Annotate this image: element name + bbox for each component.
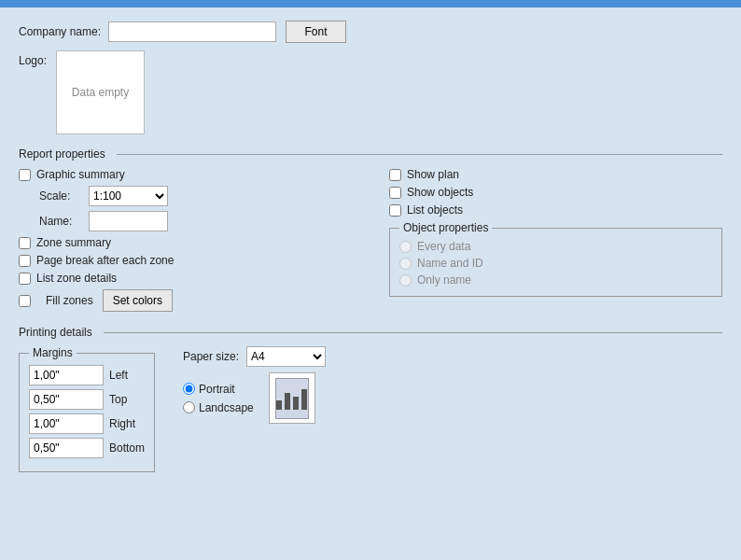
margins-group: Margins Left Top Right <box>19 346 155 472</box>
report-props-right: Show plan Show objects List objects Obje… <box>389 168 722 316</box>
printing-section-divider <box>104 332 722 333</box>
object-properties-legend: Object properties <box>399 221 492 234</box>
only-name-row: Only name <box>399 273 712 287</box>
landscape-label: Landcsape <box>199 401 254 414</box>
printing-details-label: Printing details <box>19 326 92 339</box>
company-input[interactable] <box>108 21 276 42</box>
paper-size-row: Paper size: A4 A3 Letter Legal <box>183 346 326 367</box>
fill-zones-row: Fill zones Set colors <box>19 289 352 312</box>
font-button[interactable]: Font <box>286 21 346 43</box>
name-label: Name: <box>39 215 81 228</box>
every-data-label: Every data <box>417 240 470 253</box>
section-divider <box>117 154 722 155</box>
paper-side: Paper size: A4 A3 Letter Legal Port <box>183 346 326 472</box>
paper-size-select[interactable]: A4 A3 Letter Legal <box>246 346 326 367</box>
left-margin-row: Left <box>29 365 145 385</box>
bar-chart-icon <box>276 387 307 410</box>
margins-legend: Margins <box>29 346 77 359</box>
report-properties-header: Report properties <box>19 147 722 161</box>
page-break-row: Page break after each zone <box>19 254 352 267</box>
scale-row: Scale: 1:100 1:200 1:50 <box>39 186 352 206</box>
logo-label: Logo: <box>19 54 47 67</box>
right-label: Right <box>109 417 135 430</box>
bottom-label: Bottom <box>109 441 145 455</box>
scale-select[interactable]: 1:100 1:200 1:50 <box>89 186 168 206</box>
paper-size-label: Paper size: <box>183 350 239 363</box>
landscape-row: Landcsape <box>183 401 254 414</box>
show-objects-label: Show objects <box>407 186 473 199</box>
name-and-id-row: Name and ID <box>399 257 712 270</box>
show-plan-row: Show plan <box>389 168 722 181</box>
landscape-radio[interactable] <box>183 401 195 413</box>
top-margin-input[interactable] <box>29 389 104 410</box>
show-objects-row: Show objects <box>389 186 722 199</box>
report-properties-content: Graphic summary Scale: 1:100 1:200 1:50 … <box>19 168 722 316</box>
list-zone-details-checkbox[interactable] <box>19 273 31 285</box>
zone-summary-label: Zone summary <box>36 236 111 249</box>
printing-inner: Margins Left Top Right <box>19 346 722 472</box>
company-row: Company name: Font <box>19 21 722 43</box>
company-label: Company name: <box>19 25 101 38</box>
page-preview-icon <box>269 372 315 424</box>
name-row: Name: <box>39 211 352 231</box>
only-name-radio[interactable] <box>399 274 412 287</box>
list-objects-row: List objects <box>389 203 722 217</box>
left-margin-input[interactable] <box>29 365 104 385</box>
page-break-label: Page break after each zone <box>36 254 174 267</box>
logo-empty-text: Data empty <box>72 86 129 99</box>
list-zone-details-row: List zone details <box>19 272 352 285</box>
report-properties-label: Report properties <box>19 147 105 161</box>
left-label: Left <box>109 369 128 382</box>
scale-label: Scale: <box>39 189 81 203</box>
bar1 <box>276 400 282 410</box>
show-plan-label: Show plan <box>407 168 459 181</box>
zone-summary-row: Zone summary <box>19 236 352 249</box>
show-plan-checkbox[interactable] <box>389 169 401 181</box>
logo-box: Data empty <box>56 50 145 134</box>
bar2 <box>285 393 290 410</box>
bar3 <box>293 397 299 410</box>
page-break-checkbox[interactable] <box>19 255 31 267</box>
name-input[interactable] <box>89 211 168 231</box>
bottom-margin-row: Bottom <box>29 438 145 458</box>
every-data-radio[interactable] <box>399 241 412 253</box>
top-label: Top <box>109 393 127 406</box>
main-panel: Company name: Font Logo: Data empty Repo… <box>0 0 741 560</box>
top-header-bar <box>0 0 741 7</box>
portrait-radio[interactable] <box>183 383 195 395</box>
portrait-row: Portrait <box>183 383 254 396</box>
graphic-summary-row: Graphic summary <box>19 168 352 181</box>
right-margin-row: Right <box>29 413 145 434</box>
list-objects-label: List objects <box>407 203 463 217</box>
only-name-label: Only name <box>417 273 471 287</box>
report-props-two-col: Graphic summary Scale: 1:100 1:200 1:50 … <box>19 168 722 316</box>
printing-details-header: Printing details <box>19 326 722 339</box>
logo-row: Logo: Data empty <box>19 50 722 134</box>
graphic-summary-label: Graphic summary <box>36 168 125 181</box>
bottom-margin-input[interactable] <box>29 438 104 458</box>
list-zone-details-label: List zone details <box>36 272 117 285</box>
fill-zones-label: Fill zones <box>46 294 93 307</box>
zone-summary-checkbox[interactable] <box>19 237 31 249</box>
portrait-label: Portrait <box>199 383 235 396</box>
show-objects-checkbox[interactable] <box>389 187 401 199</box>
set-colors-button[interactable]: Set colors <box>103 289 173 312</box>
orientation-radios: Portrait Landcsape <box>183 383 254 414</box>
printing-details-content: Margins Left Top Right <box>19 346 722 472</box>
top-margin-row: Top <box>29 389 145 410</box>
name-and-id-radio[interactable] <box>399 258 412 270</box>
fill-zones-checkbox[interactable] <box>19 295 31 307</box>
every-data-row: Every data <box>399 240 712 253</box>
list-objects-checkbox[interactable] <box>389 204 401 217</box>
bar4 <box>301 389 307 410</box>
page-icon-inner <box>275 378 309 419</box>
object-properties-group: Object properties Every data Name and ID… <box>389 221 722 297</box>
orientation-row: Portrait Landcsape <box>183 372 326 424</box>
graphic-summary-checkbox[interactable] <box>19 169 31 181</box>
report-props-left: Graphic summary Scale: 1:100 1:200 1:50 … <box>19 168 352 316</box>
name-and-id-label: Name and ID <box>417 257 483 270</box>
content-area: Company name: Font Logo: Data empty Repo… <box>9 21 722 472</box>
right-margin-input[interactable] <box>29 413 104 434</box>
